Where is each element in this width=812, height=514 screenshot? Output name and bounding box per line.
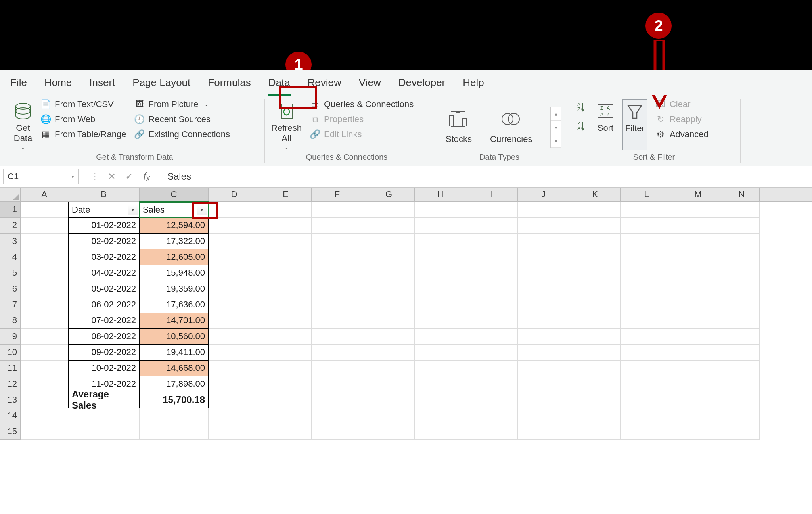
insert-function-button[interactable]: fx (138, 170, 155, 183)
cell-J3[interactable] (518, 234, 569, 249)
cell-B13[interactable]: Average Sales (68, 392, 140, 408)
cell-F1[interactable] (312, 202, 363, 218)
cell-G4[interactable] (363, 249, 415, 265)
cell-A11[interactable] (21, 361, 68, 376)
tab-developer[interactable]: Developer (398, 77, 446, 89)
cell-H11[interactable] (415, 361, 466, 376)
cell-H1[interactable] (415, 202, 466, 218)
sort-asc-button[interactable]: AZ (576, 102, 588, 114)
cell-I2[interactable] (466, 218, 518, 234)
cell-H15[interactable] (415, 424, 466, 440)
sort-desc-button[interactable]: ZA (576, 121, 588, 133)
cell-M1[interactable] (672, 202, 724, 218)
cell-D11[interactable] (209, 361, 260, 376)
cell-K7[interactable] (569, 297, 621, 313)
cell-E8[interactable] (260, 313, 312, 329)
formula-input[interactable]: Sales (155, 169, 812, 184)
cell-F5[interactable] (312, 265, 363, 281)
tab-file[interactable]: File (10, 77, 27, 89)
filter-button[interactable]: Filter (622, 99, 647, 150)
cell-L11[interactable] (621, 361, 672, 376)
cell-B14[interactable] (68, 408, 140, 424)
cell-M9[interactable] (672, 329, 724, 345)
cell-K8[interactable] (569, 313, 621, 329)
cell-K3[interactable] (569, 234, 621, 249)
cell-C5[interactable]: 15,948.00 (140, 265, 209, 281)
cell-G5[interactable] (363, 265, 415, 281)
cell-A10[interactable] (21, 345, 68, 361)
column-header-A[interactable]: A (21, 188, 68, 201)
cell-A13[interactable] (21, 392, 68, 408)
cell-G14[interactable] (363, 408, 415, 424)
cell-D6[interactable] (209, 281, 260, 297)
cell-B5[interactable]: 04-02-2022 (68, 265, 140, 281)
cell-C7[interactable]: 17,636.00 (140, 297, 209, 313)
row-header-3[interactable]: 3 (0, 234, 21, 249)
cell-G13[interactable] (363, 392, 415, 408)
cell-E2[interactable] (260, 218, 312, 234)
cell-M4[interactable] (672, 249, 724, 265)
enter-formula-button[interactable]: ✓ (121, 171, 138, 182)
row-header-4[interactable]: 4 (0, 249, 21, 265)
cell-F12[interactable] (312, 376, 363, 392)
cell-L3[interactable] (621, 234, 672, 249)
cell-L5[interactable] (621, 265, 672, 281)
cell-G15[interactable] (363, 424, 415, 440)
cell-J2[interactable] (518, 218, 569, 234)
cell-J5[interactable] (518, 265, 569, 281)
cell-I13[interactable] (466, 392, 518, 408)
select-all-corner[interactable] (0, 188, 21, 201)
cell-H5[interactable] (415, 265, 466, 281)
cell-A4[interactable] (21, 249, 68, 265)
row-header-15[interactable]: 15 (0, 424, 21, 440)
cell-C3[interactable]: 17,322.00 (140, 234, 209, 249)
cell-F11[interactable] (312, 361, 363, 376)
tab-view[interactable]: View (359, 77, 381, 89)
cell-E1[interactable] (260, 202, 312, 218)
row-header-14[interactable]: 14 (0, 408, 21, 424)
cell-N11[interactable] (724, 361, 760, 376)
cell-E14[interactable] (260, 408, 312, 424)
cell-H7[interactable] (415, 297, 466, 313)
cell-C4[interactable]: 12,605.00 (140, 249, 209, 265)
cell-B4[interactable]: 03-02-2022 (68, 249, 140, 265)
edit-links-button[interactable]: 🔗Edit Links (310, 129, 414, 140)
data-type-gallery-control[interactable]: ▴ ▾ ▾ (550, 107, 561, 148)
scroll-down-icon[interactable]: ▾ (551, 121, 561, 134)
cell-F15[interactable] (312, 424, 363, 440)
column-header-L[interactable]: L (621, 188, 672, 201)
row-header-6[interactable]: 6 (0, 281, 21, 297)
cell-A3[interactable] (21, 234, 68, 249)
row-header-12[interactable]: 12 (0, 376, 21, 392)
cell-C8[interactable]: 14,701.00 (140, 313, 209, 329)
cell-L1[interactable] (621, 202, 672, 218)
cell-K12[interactable] (569, 376, 621, 392)
scroll-up-icon[interactable]: ▴ (551, 107, 561, 121)
cell-L12[interactable] (621, 376, 672, 392)
cell-K14[interactable] (569, 408, 621, 424)
cell-E13[interactable] (260, 392, 312, 408)
cell-N2[interactable] (724, 218, 760, 234)
cell-L7[interactable] (621, 297, 672, 313)
recent-sources-button[interactable]: 🕘Recent Sources (134, 114, 230, 125)
cell-J15[interactable] (518, 424, 569, 440)
cell-K10[interactable] (569, 345, 621, 361)
cell-M15[interactable] (672, 424, 724, 440)
cell-F10[interactable] (312, 345, 363, 361)
cell-F6[interactable] (312, 281, 363, 297)
filter-dropdown-date[interactable]: ▼ (128, 205, 138, 215)
cell-C12[interactable]: 17,898.00 (140, 376, 209, 392)
row-header-13[interactable]: 13 (0, 392, 21, 408)
cell-I11[interactable] (466, 361, 518, 376)
cell-D2[interactable] (209, 218, 260, 234)
tab-insert[interactable]: Insert (89, 77, 115, 89)
cell-J10[interactable] (518, 345, 569, 361)
cell-F13[interactable] (312, 392, 363, 408)
cell-F3[interactable] (312, 234, 363, 249)
cell-A7[interactable] (21, 297, 68, 313)
cell-E12[interactable] (260, 376, 312, 392)
tab-help[interactable]: Help (463, 77, 484, 89)
cell-N12[interactable] (724, 376, 760, 392)
cell-N5[interactable] (724, 265, 760, 281)
cell-I9[interactable] (466, 329, 518, 345)
